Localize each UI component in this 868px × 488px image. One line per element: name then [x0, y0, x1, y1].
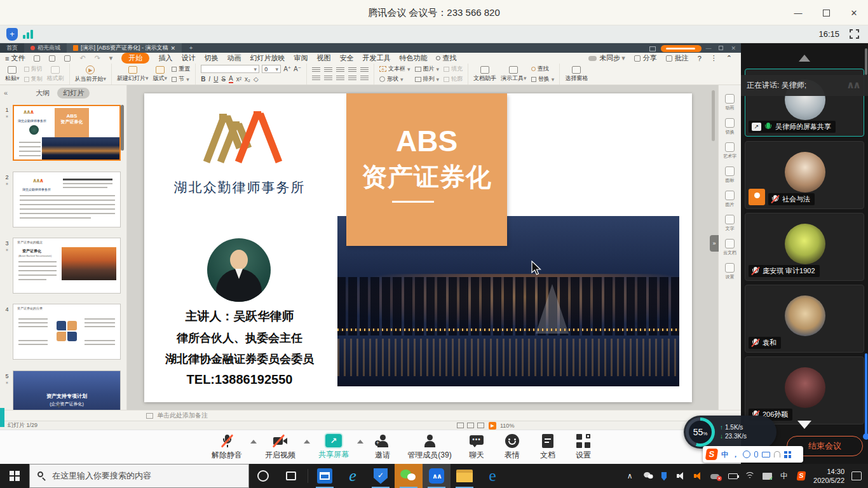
new-tab-button[interactable]: ＋ [182, 43, 200, 53]
tray-ime-icon[interactable]: 中 [779, 471, 789, 481]
outline-tab[interactable]: 大纲 [36, 88, 50, 98]
participant-tile[interactable]: 庞安琪 审计1902 [745, 213, 864, 281]
settings-button[interactable]: 设置 [566, 434, 601, 461]
participant-tile[interactable]: 社会与法 [745, 141, 864, 209]
video-options-caret[interactable] [304, 440, 310, 444]
action-center-icon[interactable] [851, 471, 862, 480]
replace-button[interactable]: 替换▾ [531, 75, 555, 83]
ime-punctuation[interactable]: ， [732, 450, 739, 459]
slideshow-button[interactable]: ▶ [489, 422, 496, 430]
font-name-input[interactable]: ▾ [201, 65, 259, 73]
play-from-current-button[interactable]: ▶ 从当前开始▾ [75, 65, 107, 83]
font-color-button[interactable]: A [229, 75, 233, 83]
network-monitor-widget[interactable]: 55% ↑1.5K/s ↓23.3K/s [684, 416, 776, 449]
picture-button[interactable]: 图片▾ [415, 65, 440, 73]
bullet-list-icon[interactable] [312, 67, 320, 73]
docs-button[interactable]: 文档 [530, 434, 566, 461]
save-icon[interactable] [34, 55, 40, 62]
panel-scrollbar-top[interactable] [865, 48, 867, 75]
wps-promo-pill[interactable] [661, 45, 702, 52]
sidebar-item-animation[interactable]: 动画 [725, 94, 735, 111]
add-slide-button[interactable]: + [56, 400, 62, 410]
align-center-icon[interactable] [324, 76, 332, 81]
outline-button[interactable]: 轮廓 [444, 75, 463, 83]
taskbar-app-meeting[interactable]: ∧∧ [423, 464, 451, 488]
ime-keyboard-icon[interactable] [762, 452, 770, 458]
minimize-button[interactable]: — [784, 0, 812, 25]
ribbon-tab-animation[interactable]: 动画 [227, 53, 241, 63]
selection-pane-button[interactable]: 选择窗格 [565, 66, 588, 83]
tray-sogou-icon[interactable]: S [796, 471, 806, 481]
subscript-button[interactable]: x₂ [245, 76, 250, 83]
participant-tile[interactable]: 袁和 [745, 285, 864, 353]
ime-voice-icon[interactable] [754, 451, 758, 458]
start-video-button[interactable]: 开启视频 [258, 434, 302, 461]
participant-tile[interactable]: 206孙颖 [745, 356, 864, 424]
collapse-ribbon-icon[interactable]: ⌃ [726, 54, 736, 62]
zoom-level[interactable]: 110% [500, 423, 514, 429]
notes-bar[interactable]: 单击此处添加备注 [0, 410, 741, 421]
collapse-panel-icon[interactable]: « [4, 89, 8, 97]
format-painter-button[interactable]: 格式刷 [47, 66, 64, 83]
bold-button[interactable]: B [201, 76, 205, 83]
sidebar-item-text[interactable]: 文字 [725, 215, 735, 232]
find-button[interactable]: 查找 [531, 65, 549, 73]
ribbon-tab-transition[interactable]: 切换 [204, 53, 218, 63]
ribbon-tab-view[interactable]: 视图 [316, 53, 330, 63]
panel-scrollbar[interactable] [121, 105, 124, 151]
arrange-button[interactable]: 排列▾ [415, 75, 440, 83]
toolbar-options-caret[interactable]: ▾ [109, 54, 113, 62]
reading-view-icon[interactable] [477, 423, 484, 428]
present-tools-button[interactable]: 演示工具▾ [501, 66, 527, 83]
slide-thumbnail-3[interactable]: 资产证券化的概念 资产证券化 (Asset Backed Securitizat… [13, 238, 121, 294]
chat-button[interactable]: ••• 聊天 [459, 434, 494, 461]
ime-toolbox-icon[interactable] [784, 451, 791, 458]
sogou-logo-icon[interactable]: S [705, 449, 719, 460]
tray-volume-icon[interactable] [676, 471, 686, 481]
indent-decrease-icon[interactable] [336, 67, 344, 73]
number-list-icon[interactable] [324, 67, 332, 73]
align-right-icon[interactable] [336, 76, 344, 81]
tray-wifi-icon[interactable] [745, 471, 755, 481]
taskbar-clock[interactable]: 14:30 2020/5/22 [813, 467, 844, 485]
tray-expand-icon[interactable]: ∧ [625, 471, 635, 481]
sidebar-item-transition[interactable]: 切换 [725, 118, 735, 135]
invite-button[interactable]: + 邀请 [365, 434, 400, 461]
ribbon-tab-devtools[interactable]: 开发工具 [362, 53, 390, 63]
ribbon-tab-slideshow[interactable]: 幻灯片放映 [250, 53, 285, 63]
comment-button[interactable]: 批注 [666, 53, 689, 63]
taskbar-app-explorer[interactable] [451, 464, 478, 488]
taskbar-search[interactable]: 在这里输入你要搜索的内容 [29, 464, 249, 488]
wps-minimize-icon[interactable]: — [705, 45, 711, 51]
ribbon-tab-security[interactable]: 安全 [339, 53, 353, 63]
share-button[interactable]: 分享 [634, 53, 657, 63]
help-icon[interactable]: ? [698, 55, 702, 62]
ribbon-tab-start[interactable]: 开始 [121, 53, 149, 64]
tray-volume-orange-icon[interactable] [693, 471, 703, 481]
ribbon-tab-insert[interactable]: 插入 [158, 53, 172, 63]
line-spacing-icon[interactable] [360, 67, 369, 73]
taskbar-app-wechat[interactable] [395, 464, 423, 488]
redo-icon[interactable]: ↷ [95, 54, 100, 62]
fullscreen-icon[interactable] [850, 29, 859, 39]
share-options-caret[interactable] [357, 440, 363, 444]
align-left-icon[interactable] [312, 76, 320, 81]
font-smaller-button[interactable]: A⁻ [294, 65, 301, 72]
share-screen-button[interactable]: ↗ 共享屏幕 [311, 434, 356, 460]
find-menu[interactable]: 查找 [436, 53, 456, 63]
emoji-button[interactable]: 表情 [494, 434, 530, 461]
section-button[interactable]: 节▾ [172, 75, 189, 83]
justify-icon[interactable] [348, 76, 356, 81]
italic-button[interactable]: I [208, 76, 210, 83]
textbox-button[interactable]: A文本框▾ [379, 65, 410, 73]
sidebar-item-icons[interactable]: 图标 [725, 166, 735, 184]
taskbar-app-pcmanager[interactable]: ✓ [367, 464, 395, 488]
close-button[interactable]: ✕ [840, 0, 868, 25]
wps-maximize-icon[interactable] [719, 46, 723, 50]
sidebar-item-settings[interactable]: 设置 [725, 263, 735, 280]
tray-cloud-sync-icon[interactable]: ✕ [710, 471, 721, 481]
current-slide[interactable]: 湖北众勤律师事务所 ABS 资产证券化 主讲人：吴跃华律师 律所合伙人、执委会主… [144, 93, 692, 402]
copy-button[interactable]: 复制 [24, 75, 43, 83]
new-slide-button[interactable]: 新建幻灯片▾ [117, 66, 149, 83]
superscript-button[interactable]: x² [236, 76, 241, 83]
